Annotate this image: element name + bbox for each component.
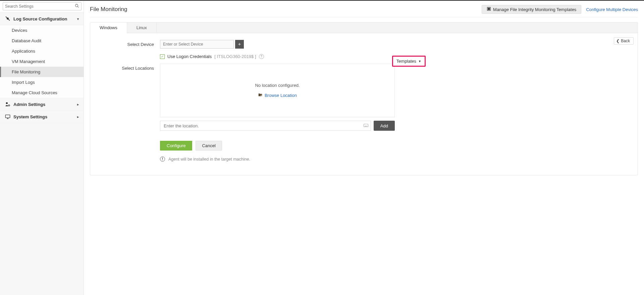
chevron-right-icon: ▸ (77, 115, 79, 119)
agent-note-text: Agent will be installed in the target ma… (168, 157, 250, 162)
sidebar-item-label: Manage Cloud Sources (12, 90, 57, 95)
sidebar-section-label: System Settings (13, 114, 47, 119)
svg-point-0 (75, 4, 78, 7)
add-device-button[interactable]: ＋ (235, 40, 244, 49)
page-title: File Monitoring (90, 6, 127, 13)
templates-label: Templates (396, 59, 416, 64)
tab-windows[interactable]: Windows (90, 22, 127, 33)
monitor-icon (5, 114, 11, 119)
tab-label: Windows (100, 25, 117, 30)
templates-dropdown[interactable]: Templates ▼ (392, 56, 426, 67)
sidebar-item-manage-cloud-sources[interactable]: Manage Cloud Sources (0, 87, 84, 98)
page-header: File Monitoring Manage File Integrity Mo… (90, 5, 638, 17)
sidebar-item-applications[interactable]: Applications (0, 46, 84, 56)
tab-body: ❮ Back Select Device ＋ (90, 33, 638, 175)
sidebar-item-devices[interactable]: Devices (0, 25, 84, 36)
svg-line-10 (262, 96, 262, 97)
sidebar-section-system-settings[interactable]: System Settings ▸ (0, 111, 84, 123)
sidebar-section-admin-settings[interactable]: Admin Settings ▸ (0, 98, 84, 111)
sidebar-item-label: Devices (12, 28, 27, 33)
agent-note-row: ! Agent will be installed in the target … (160, 157, 632, 162)
no-location-text: No location configured. (255, 83, 300, 88)
location-input[interactable] (160, 121, 371, 131)
cancel-button[interactable]: Cancel (196, 141, 222, 151)
browse-location-link[interactable]: Browse Location (258, 93, 297, 98)
label-empty (96, 51, 160, 59)
tab-label: Linux (137, 25, 147, 30)
info-icon: ! (160, 157, 165, 162)
location-input-wrap (160, 121, 371, 131)
back-button[interactable]: ❮ Back (614, 37, 634, 45)
caret-down-icon: ▼ (418, 60, 421, 63)
use-creds-checkbox[interactable]: ✓ (160, 54, 165, 59)
tools-icon (5, 16, 11, 21)
sidebar-item-label: Applications (12, 49, 35, 54)
sidebar-section-label: Admin Settings (13, 102, 45, 107)
browse-location-label: Browse Location (265, 93, 297, 98)
sidebar-item-database-audit[interactable]: Database Audit (0, 36, 84, 46)
svg-point-2 (6, 102, 8, 104)
creds-host-text: [ ITSLOG360-2019$ ] (214, 54, 256, 59)
manage-templates-label: Manage File Integrity Monitoring Templat… (493, 7, 576, 12)
sidebar-search[interactable] (3, 2, 82, 10)
plus-icon: ＋ (237, 41, 242, 47)
page-header-actions: Manage File Integrity Monitoring Templat… (482, 5, 638, 14)
keyboard-icon (364, 123, 368, 128)
locations-empty-area: No location configured. Browse Location (160, 64, 395, 117)
select-device-input[interactable] (160, 40, 234, 49)
search-icon (75, 4, 79, 9)
select-device-field: ＋ (160, 40, 632, 49)
sidebar-item-label: VM Management (12, 59, 45, 64)
row-select-device: Select Device ＋ (96, 40, 632, 49)
sidebar-item-file-monitoring[interactable]: File Monitoring (0, 67, 84, 77)
chevron-right-icon: ▸ (77, 103, 79, 106)
chevron-left-icon: ❮ (616, 39, 620, 43)
label-select-device: Select Device (96, 40, 160, 49)
use-creds-label: Use Logon Credentials (167, 54, 212, 59)
configure-button[interactable]: Configure (160, 141, 192, 151)
folder-search-icon (258, 93, 263, 98)
location-input-row: Add (160, 121, 395, 131)
template-icon (487, 7, 491, 12)
sidebar-item-vm-management[interactable]: VM Management (0, 56, 84, 67)
sidebar-section-label: Log Source Configuration (13, 16, 67, 21)
manage-templates-button[interactable]: Manage File Integrity Monitoring Templat… (482, 5, 581, 14)
configure-multiple-link[interactable]: Configure Multiple Devices (586, 7, 638, 12)
svg-rect-4 (5, 115, 10, 118)
chevron-down-icon: ▾ (77, 17, 79, 21)
help-icon[interactable]: ? (259, 54, 264, 59)
tabs-container: Windows Linux ❮ Back Select Device ＋ (90, 22, 638, 175)
label-select-locations: Select Locations (96, 64, 160, 71)
back-label: Back (621, 39, 630, 43)
sidebar-item-label: Import Logs (12, 80, 35, 85)
form-actions: Configure Cancel (160, 141, 632, 151)
user-gear-icon (5, 102, 11, 107)
sidebar-item-import-logs[interactable]: Import Logs (0, 77, 84, 87)
sidebar-section-log-source[interactable]: Log Source Configuration ▾ (0, 13, 84, 25)
main-content: File Monitoring Manage File Integrity Mo… (84, 1, 644, 295)
sidebar-search-wrap (0, 1, 84, 13)
locations-box: Templates ▼ No location configured. Brow… (160, 64, 395, 131)
svg-rect-11 (364, 124, 368, 127)
svg-rect-8 (488, 8, 490, 10)
sidebar-section-log-source-items: Devices Database Audit Applications VM M… (0, 25, 84, 98)
settings-sidebar: Log Source Configuration ▾ Devices Datab… (0, 1, 84, 295)
add-location-button[interactable]: Add (374, 121, 395, 131)
row-select-locations: Select Locations Templates ▼ No location… (96, 64, 632, 162)
sidebar-item-label: File Monitoring (12, 69, 40, 74)
svg-point-3 (8, 105, 10, 106)
sidebar-item-label: Database Audit (12, 38, 41, 43)
tab-linux[interactable]: Linux (127, 22, 157, 33)
row-credentials: ✓ Use Logon Credentials [ ITSLOG360-2019… (96, 51, 632, 59)
svg-line-1 (77, 6, 78, 7)
tabs-bar: Windows Linux (90, 22, 638, 33)
sidebar-search-input[interactable] (5, 4, 75, 9)
